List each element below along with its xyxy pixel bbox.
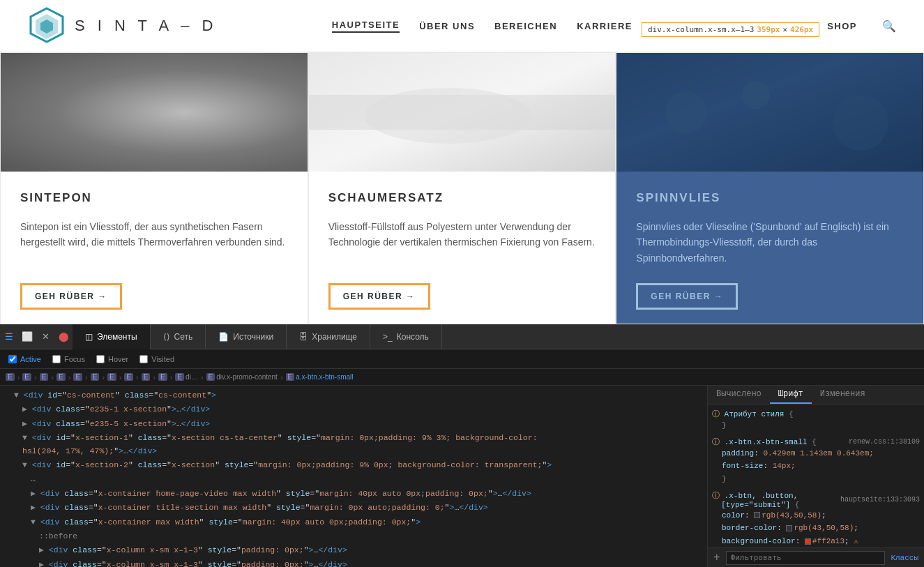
svg-point-12 bbox=[742, 81, 770, 109]
logo-text: S I N T A – D bbox=[75, 17, 217, 35]
bc-btn-small[interactable]: E a.x-btn.x-btn-small bbox=[286, 373, 354, 381]
bc-e4[interactable]: E bbox=[56, 373, 66, 381]
devtools-html-panel[interactable]: ▼ <div id="cs-content" class="cs-content… bbox=[0, 386, 708, 567]
css-prop-padding: padding: 0.429em 1.143em 0.643em; bbox=[712, 447, 920, 460]
bc-e1[interactable]: E bbox=[6, 373, 15, 381]
svg-point-11 bbox=[665, 91, 707, 133]
card-btn-schaum[interactable]: GEH RÜBER → bbox=[328, 283, 430, 310]
css-close-1: } bbox=[712, 473, 920, 486]
css-tab-computed[interactable]: Вычислено bbox=[708, 386, 770, 404]
html-line-12: ▶ <div class="x-column x-sm x–1–3" style… bbox=[0, 558, 707, 567]
svg-rect-10 bbox=[616, 53, 923, 172]
devtools-filter-bar: + Классы bbox=[708, 547, 924, 567]
devtools-tab-elements[interactable]: ◫ Элементы bbox=[73, 324, 151, 349]
bc-e8[interactable]: E bbox=[124, 373, 133, 381]
tooltip-width: 359px bbox=[757, 25, 780, 34]
state-active-checkbox[interactable] bbox=[8, 355, 17, 363]
css-rule-btn-submit: ⓘ .x-btn, .button, [type="submit"] { hau… bbox=[712, 490, 920, 547]
svg-point-9 bbox=[365, 88, 532, 144]
color-swatch-border[interactable] bbox=[786, 525, 792, 531]
card-body-spinn: SPINNVLIES Spinnvlies oder Vlieseline ('… bbox=[616, 172, 923, 324]
storage-tab-icon: 🗄 bbox=[299, 332, 308, 342]
nav-bereichen[interactable]: BEREICHEN bbox=[494, 21, 557, 31]
nav-karriere[interactable]: KARRIERE bbox=[577, 21, 633, 31]
bc-e2[interactable]: E bbox=[22, 373, 31, 381]
css-source-btn-small[interactable]: renew.css:1:38109 bbox=[849, 438, 920, 446]
card-text-schaum: Vliesstoff-Füllstoff aus Polyestern unte… bbox=[328, 219, 596, 268]
css-prop-1: } bbox=[712, 419, 920, 432]
css-filter-input[interactable] bbox=[726, 551, 886, 565]
color-swatch-color[interactable] bbox=[754, 512, 760, 518]
svg-rect-5 bbox=[126, 53, 182, 172]
network-tab-icon: ⟨⟩ bbox=[163, 332, 170, 342]
card-image-sintepon bbox=[1, 53, 308, 172]
devtools-responsive[interactable]: ⬜ bbox=[18, 328, 36, 346]
bc-e9[interactable]: E bbox=[142, 373, 151, 381]
card-body-schaum: SCHAUMERSATZ Vliesstoff-Füllstoff aus Po… bbox=[309, 172, 616, 324]
devtools-tab-network[interactable]: ⟨⟩ Сеть bbox=[151, 324, 206, 349]
state-active-label: Active bbox=[20, 355, 41, 363]
html-line-1: ▼ <div id="cs-content" class="cs-content… bbox=[0, 388, 707, 402]
state-focus-checkbox[interactable] bbox=[52, 355, 61, 363]
nav-ueber-uns[interactable]: ÜBER UNS bbox=[419, 21, 475, 31]
content-section: SINTEPON Sintepon ist ein Vliesstoff, de… bbox=[0, 52, 924, 324]
bc-e7[interactable]: E bbox=[107, 373, 116, 381]
css-source-submit[interactable]: hauptseite:133:3093 bbox=[840, 496, 920, 504]
html-line-8: ▶ <div class="x-container title-section … bbox=[0, 501, 558, 515]
css-prop-bg-color: background-color: #ff2a13; ⚠ bbox=[712, 535, 920, 547]
card-btn-sintepon[interactable]: GEH RÜBER → bbox=[20, 283, 122, 310]
state-visited-label: Visited bbox=[151, 355, 174, 363]
classes-button[interactable]: Классы bbox=[891, 554, 918, 562]
logo-icon bbox=[28, 6, 66, 47]
devtools-tab-storage[interactable]: 🗄 Хранилище bbox=[287, 324, 370, 349]
bc-e10[interactable]: E bbox=[158, 373, 167, 381]
devtools-error-indicator[interactable]: ⬤ bbox=[54, 328, 73, 346]
devtools-main: ▼ <div id="cs-content" class="cs-content… bbox=[0, 386, 924, 567]
state-visited[interactable]: Visited bbox=[139, 355, 174, 363]
tooltip-selector: div.x-column.x-sm.x–1–3 bbox=[648, 25, 754, 34]
card-schaumersatz: SCHAUMERSATZ Vliesstoff-Füllstoff aus Po… bbox=[308, 52, 616, 324]
console-tab-label: Консоль bbox=[397, 332, 429, 342]
card-btn-spinn[interactable]: GEH RÜBER → bbox=[636, 283, 738, 310]
state-hover-checkbox[interactable] bbox=[96, 355, 105, 363]
css-tab-changes[interactable]: Изменения bbox=[812, 386, 874, 404]
nav-shop[interactable]: SHOP bbox=[827, 21, 857, 31]
state-focus[interactable]: Focus bbox=[52, 355, 85, 363]
devtools-close[interactable]: ✕ bbox=[36, 328, 54, 346]
card-text-sintepon: Sintepon ist ein Vliesstoff, der aus syn… bbox=[20, 219, 288, 268]
html-line-7: ▶ <div class="x-container home-page-vide… bbox=[0, 487, 558, 501]
css-selector-btn-small: ⓘ .x-btn.x-btn-small { bbox=[712, 437, 817, 447]
add-rule-icon[interactable]: + bbox=[713, 552, 720, 564]
html-line-6: … bbox=[0, 472, 707, 486]
css-rule-attr: ⓘ Атрибут стиля { } bbox=[712, 409, 920, 432]
bc-e3[interactable]: E bbox=[40, 373, 49, 381]
element-tooltip: div.x-column.x-sm.x–1–3 359px ✕ 426px bbox=[642, 22, 819, 37]
devtools-panel: ☰ ⬜ ✕ ⬤ ◫ Элементы ⟨⟩ Сеть 📄 Источники 🗄… bbox=[0, 324, 924, 567]
devtools-tab-sources[interactable]: 📄 Источники bbox=[206, 324, 287, 349]
card-title-spinn: SPINNVLIES bbox=[636, 191, 904, 205]
nav-hauptseite[interactable]: HAUPTSEITE bbox=[332, 20, 400, 33]
bc-e6[interactable]: E bbox=[91, 373, 100, 381]
devtools-tab-console[interactable]: >_ Консоль bbox=[370, 324, 442, 349]
card-title-schaum: SCHAUMERSATZ bbox=[328, 191, 596, 205]
bc-promo-content[interactable]: E div.x-promo-content bbox=[206, 373, 278, 381]
devtools-css-tabs: Вычислено Шрифт Изменения bbox=[708, 386, 924, 405]
state-active[interactable]: Active bbox=[8, 355, 41, 363]
css-prop-border-color: border-color: rgb(43,50,58); bbox=[712, 522, 920, 535]
devtools-element-picker[interactable]: ☰ bbox=[0, 328, 18, 346]
bc-e5[interactable]: E bbox=[73, 373, 82, 381]
state-visited-checkbox[interactable] bbox=[139, 355, 148, 363]
tooltip-x: ✕ bbox=[782, 25, 787, 34]
elements-tab-icon: ◫ bbox=[85, 332, 93, 342]
bc-di[interactable]: E di… bbox=[175, 373, 197, 381]
search-icon[interactable]: 🔍 bbox=[882, 20, 896, 33]
color-swatch-bg[interactable] bbox=[805, 538, 811, 545]
console-tab-icon: >_ bbox=[383, 332, 393, 342]
css-prop-color: color: rgb(43,50,58); bbox=[712, 509, 920, 522]
card-image-spinnvlies bbox=[616, 53, 923, 172]
state-hover[interactable]: Hover bbox=[96, 355, 128, 363]
network-tab-label: Сеть bbox=[174, 332, 193, 342]
css-tab-font[interactable]: Шрифт bbox=[770, 386, 812, 404]
card-image-schaum bbox=[309, 53, 616, 172]
logo-area: S I N T A – D bbox=[28, 6, 217, 47]
